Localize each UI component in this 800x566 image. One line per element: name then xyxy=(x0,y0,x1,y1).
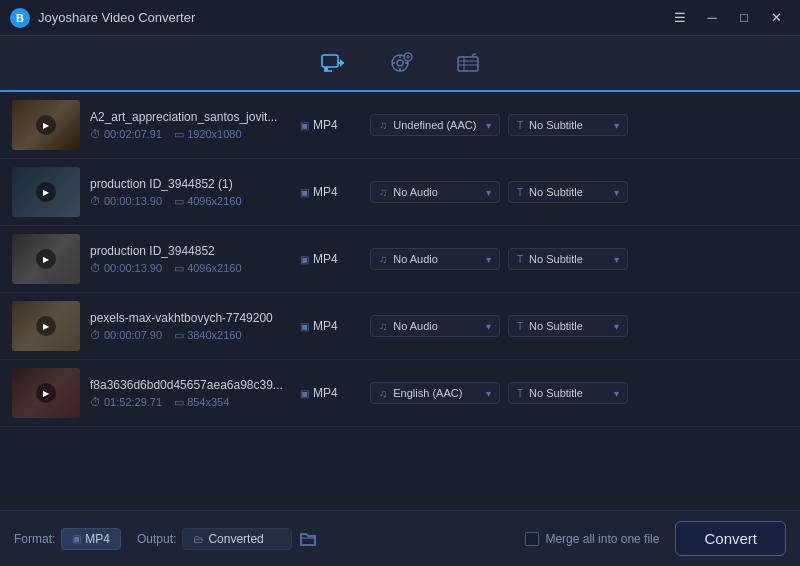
display-icon: ▭ xyxy=(174,195,184,208)
format-type-value: MP4 xyxy=(313,185,338,199)
display-icon: ▭ xyxy=(174,329,184,342)
duration-item: ⏱ 00:00:13.90 xyxy=(90,195,162,207)
audio-dropdown[interactable]: ♫ No Audio ▾ xyxy=(370,181,500,203)
table-row: ▶ f8a3636d6bd0d45657aea6a98c39... ⏱ 01:5… xyxy=(0,360,800,427)
tab-convert[interactable] xyxy=(318,49,346,77)
audio-dropdown[interactable]: ♫ English (AAC) ▾ xyxy=(370,382,500,404)
svg-point-6 xyxy=(397,60,403,66)
close-button[interactable]: ✕ xyxy=(762,7,790,29)
audio-dropdown[interactable]: ♫ Undefined (AAC) ▾ xyxy=(370,114,500,136)
maximize-button[interactable]: □ xyxy=(730,7,758,29)
chevron-down-icon: ▾ xyxy=(614,254,619,265)
display-icon: ▭ xyxy=(174,262,184,275)
format-label: Format: xyxy=(14,532,55,546)
file-thumbnail: ▶ xyxy=(12,100,80,150)
resolution-value: 1920x1080 xyxy=(187,128,241,140)
resolution-value: 3840x2160 xyxy=(187,329,241,341)
window-controls: ☰ ─ □ ✕ xyxy=(666,7,790,29)
tab-list[interactable] xyxy=(454,49,482,77)
subtitle-value: No Subtitle xyxy=(529,119,583,131)
format-type-icon: ▣ xyxy=(300,187,309,198)
display-icon: ▭ xyxy=(174,128,184,141)
file-info: f8a3636d6bd0d45657aea6a98c39... ⏱ 01:52:… xyxy=(90,378,290,409)
merge-section: Merge all into one file xyxy=(525,532,659,546)
browse-folder-button[interactable] xyxy=(298,529,318,549)
chevron-down-icon: ▾ xyxy=(486,321,491,332)
audio-value: No Audio xyxy=(393,253,438,265)
resolution-value: 4096x2160 xyxy=(187,195,241,207)
tab-edit[interactable] xyxy=(386,49,414,77)
resolution-value: 854x354 xyxy=(187,396,229,408)
output-path-value: Converted xyxy=(208,532,263,546)
file-info: A2_art_appreciation_santos_jovit... ⏱ 00… xyxy=(90,110,290,141)
menu-button[interactable]: ☰ xyxy=(666,7,694,29)
file-meta: ⏱ 01:52:29.71 ▭ 854x354 xyxy=(90,396,290,409)
table-row: ▶ pexels-max-vakhtbovych-7749200 ⏱ 00:00… xyxy=(0,293,800,360)
resolution-value: 4096x2160 xyxy=(187,262,241,274)
table-row: ▶ production ID_3944852 ⏱ 00:00:13.90 ▭ … xyxy=(0,226,800,293)
format-icon: ▣ xyxy=(72,533,81,544)
duration-item: ⏱ 00:00:07.90 xyxy=(90,329,162,341)
audio-dropdown[interactable]: ♫ No Audio ▾ xyxy=(370,315,500,337)
audio-value: No Audio xyxy=(393,186,438,198)
resolution-item: ▭ 854x354 xyxy=(174,396,229,409)
audio-dropdown[interactable]: ♫ No Audio ▾ xyxy=(370,248,500,270)
convert-icon xyxy=(318,49,346,77)
svg-line-18 xyxy=(472,54,474,56)
duration-value: 00:00:13.90 xyxy=(104,262,162,274)
minimize-button[interactable]: ─ xyxy=(698,7,726,29)
table-row: ▶ production ID_3944852 (1) ⏱ 00:00:13.9… xyxy=(0,159,800,226)
merge-checkbox[interactable] xyxy=(525,532,539,546)
subtitle-value: No Subtitle xyxy=(529,387,583,399)
play-icon: ▶ xyxy=(36,316,56,336)
chevron-down-icon: ▾ xyxy=(486,388,491,399)
subtitle-icon: T xyxy=(517,321,523,332)
subtitle-icon: T xyxy=(517,254,523,265)
format-section: Format: ▣ MP4 xyxy=(14,528,121,550)
folder-icon: 🗁 xyxy=(193,533,204,545)
merge-label: Merge all into one file xyxy=(545,532,659,546)
list-icon xyxy=(454,49,482,77)
chevron-down-icon: ▾ xyxy=(486,120,491,131)
chevron-down-icon: ▾ xyxy=(614,187,619,198)
file-info: production ID_3944852 ⏱ 00:00:13.90 ▭ 40… xyxy=(90,244,290,275)
toolbar xyxy=(0,36,800,92)
play-icon: ▶ xyxy=(36,115,56,135)
file-name: f8a3636d6bd0d45657aea6a98c39... xyxy=(90,378,290,392)
output-label: Output: xyxy=(137,532,176,546)
output-path: 🗁 Converted xyxy=(182,528,292,550)
file-thumbnail: ▶ xyxy=(12,234,80,284)
clock-icon: ⏱ xyxy=(90,195,101,207)
format-type-icon: ▣ xyxy=(300,321,309,332)
chevron-down-icon: ▾ xyxy=(614,321,619,332)
format-badge: ▣ MP4 xyxy=(61,528,121,550)
chevron-down-icon: ▾ xyxy=(486,187,491,198)
svg-rect-0 xyxy=(322,55,338,67)
subtitle-dropdown[interactable]: T No Subtitle ▾ xyxy=(508,181,628,203)
edit-icon xyxy=(386,49,414,77)
duration-item: ⏱ 01:52:29.71 xyxy=(90,396,162,408)
subtitle-dropdown[interactable]: T No Subtitle ▾ xyxy=(508,315,628,337)
subtitle-value: No Subtitle xyxy=(529,253,583,265)
format-type-icon: ▣ xyxy=(300,388,309,399)
duration-value: 00:00:13.90 xyxy=(104,195,162,207)
app-logo: B xyxy=(10,8,30,28)
file-meta: ⏱ 00:00:07.90 ▭ 3840x2160 xyxy=(90,329,290,342)
file-format: ▣ MP4 xyxy=(300,252,360,266)
file-controls: ♫ No Audio ▾ T No Subtitle ▾ xyxy=(370,315,788,337)
subtitle-dropdown[interactable]: T No Subtitle ▾ xyxy=(508,248,628,270)
file-name: production ID_3944852 (1) xyxy=(90,177,290,191)
format-type-value: MP4 xyxy=(313,252,338,266)
subtitle-dropdown[interactable]: T No Subtitle ▾ xyxy=(508,114,628,136)
file-name: pexels-max-vakhtbovych-7749200 xyxy=(90,311,290,325)
chevron-down-icon: ▾ xyxy=(614,120,619,131)
audio-value: English (AAC) xyxy=(393,387,462,399)
play-icon: ▶ xyxy=(36,383,56,403)
subtitle-dropdown[interactable]: T No Subtitle ▾ xyxy=(508,382,628,404)
file-name: A2_art_appreciation_santos_jovit... xyxy=(90,110,290,124)
file-meta: ⏱ 00:02:07.91 ▭ 1920x1080 xyxy=(90,128,290,141)
convert-button[interactable]: Convert xyxy=(675,521,786,556)
resolution-item: ▭ 1920x1080 xyxy=(174,128,241,141)
clock-icon: ⏱ xyxy=(90,128,101,140)
file-thumbnail: ▶ xyxy=(12,167,80,217)
